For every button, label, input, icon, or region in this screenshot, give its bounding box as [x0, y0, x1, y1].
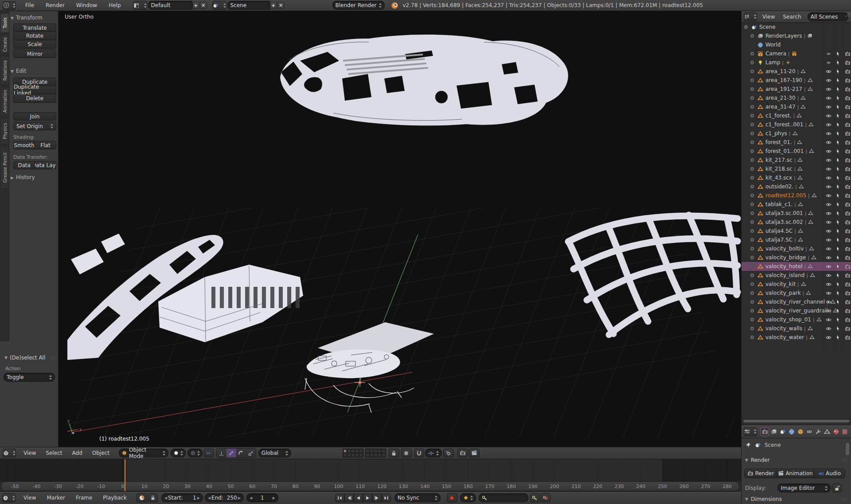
- topbar-menu-window[interactable]: Window: [74, 2, 99, 8]
- data-block-icon[interactable]: [809, 148, 814, 154]
- toggle-renderability[interactable]: [845, 104, 851, 110]
- display-lock-button[interactable]: [832, 484, 842, 492]
- operator-panel-header[interactable]: ▼ (De)select All ∷∷: [2, 353, 57, 362]
- manipulator-scale-button[interactable]: [246, 449, 256, 457]
- outliner-row[interactable]: forest_01.|: [742, 138, 851, 147]
- viewport-editor-selector[interactable]: [3, 449, 16, 457]
- toggle-visibility[interactable]: [826, 113, 831, 119]
- outliner-row[interactable]: c1_forest..001|: [742, 120, 851, 129]
- object-name[interactable]: c1_forest..001: [765, 121, 803, 128]
- layer-grid-2[interactable]: [365, 449, 386, 457]
- expand-toggle[interactable]: [750, 255, 755, 260]
- toggle-visibility[interactable]: [826, 104, 831, 110]
- toggle-selectability[interactable]: [835, 317, 841, 322]
- object-name[interactable]: valocity_boltiv: [765, 246, 804, 252]
- toggle-visibility[interactable]: [826, 193, 831, 199]
- expand-toggle[interactable]: [750, 211, 755, 216]
- data-block-icon[interactable]: [809, 335, 815, 340]
- render-button[interactable]: Render: [744, 469, 777, 478]
- object-name[interactable]: area_21-30: [765, 95, 796, 101]
- scene-field[interactable]: Scene: [227, 1, 270, 10]
- properties-tab-modifiers[interactable]: [814, 427, 822, 436]
- object-name[interactable]: c1_phys: [765, 130, 787, 137]
- outliner-editor-selector[interactable]: [744, 12, 757, 21]
- expand-toggle[interactable]: [750, 78, 755, 83]
- toggle-selectability[interactable]: [835, 122, 841, 127]
- layer-cell[interactable]: [378, 453, 382, 457]
- expand-toggle[interactable]: [750, 264, 755, 269]
- expand-toggle[interactable]: [750, 131, 755, 136]
- outliner-row[interactable]: tablak_c1.|: [742, 200, 851, 209]
- object-name[interactable]: roadtest12.005: [765, 192, 806, 199]
- expand-toggle[interactable]: [750, 326, 755, 331]
- toggle-renderability[interactable]: [845, 299, 851, 305]
- render-engine-select[interactable]: Blender Render: [332, 1, 385, 10]
- outliner-row[interactable]: kit_218.sc|: [742, 164, 851, 173]
- viewport-menu-add[interactable]: Add: [70, 450, 84, 456]
- toggle-visibility[interactable]: [826, 78, 831, 83]
- outliner-row[interactable]: utalja3.sc.001|: [742, 209, 851, 218]
- layer-grid-1[interactable]: [343, 449, 363, 457]
- expand-toggle[interactable]: [750, 273, 755, 278]
- data-block-icon[interactable]: [816, 317, 822, 322]
- properties-scrollbar[interactable]: [846, 443, 849, 455]
- object-name[interactable]: forest_01.: [765, 139, 792, 145]
- toggle-selectability[interactable]: [835, 202, 841, 207]
- outliner-row[interactable]: valocity_river_guardrail|: [742, 306, 851, 315]
- layer-cell[interactable]: [355, 449, 359, 453]
- timeline-menu-playback[interactable]: Playback: [101, 495, 129, 501]
- auto-keyframe-toggle[interactable]: [447, 493, 457, 502]
- opengl-render-anim-button[interactable]: [469, 449, 480, 457]
- close-layout-button[interactable]: ✕: [200, 2, 207, 9]
- toggle-renderability[interactable]: [845, 86, 851, 92]
- lock-to-scene-toggle[interactable]: [389, 449, 399, 457]
- layer-cell[interactable]: [366, 449, 370, 453]
- outliner-row[interactable]: valocity_shop_01|: [742, 315, 851, 324]
- auto-key-mode-select[interactable]: [460, 493, 476, 502]
- expand-toggle[interactable]: [750, 219, 755, 225]
- toggle-renderability[interactable]: [845, 122, 851, 128]
- layer-cell[interactable]: [382, 453, 386, 457]
- outliner-row[interactable]: valocity_park|: [742, 289, 851, 297]
- properties-tab-constraints[interactable]: [805, 427, 813, 436]
- dimensions-panel-header[interactable]: ▼ Dimensions ∷∷: [745, 496, 848, 502]
- button-scale[interactable]: Scale: [13, 40, 56, 49]
- data-block-icon[interactable]: [800, 104, 806, 109]
- display-select[interactable]: Image Editor: [777, 484, 831, 492]
- corner-resize-grip[interactable]: [845, 12, 851, 17]
- toggle-visibility[interactable]: [826, 264, 831, 270]
- expand-toggle[interactable]: [750, 122, 755, 127]
- outliner-row[interactable]: c1_forest.|: [742, 111, 851, 120]
- layer-cell[interactable]: [370, 453, 374, 457]
- outliner-row[interactable]: area_21-30|: [742, 94, 851, 102]
- outliner-display-mode-select[interactable]: All Scenes: [808, 12, 848, 21]
- data-block-icon[interactable]: [809, 246, 814, 251]
- data-block-icon[interactable]: [808, 78, 813, 83]
- object-name[interactable]: RenderLayers: [765, 33, 802, 39]
- current-frame-marker[interactable]: [125, 459, 125, 491]
- timeline-editor-selector[interactable]: [2, 493, 16, 502]
- object-name[interactable]: area_191-217: [765, 86, 802, 92]
- toggle-renderability[interactable]: [845, 113, 851, 119]
- sync-mode-select[interactable]: No Sync: [394, 493, 441, 502]
- data-block-icon[interactable]: [807, 33, 812, 39]
- toggle-selectability[interactable]: [835, 264, 841, 269]
- shelf-tab-create[interactable]: Create: [1, 35, 9, 54]
- expand-toggle[interactable]: [750, 104, 755, 109]
- outliner-row[interactable]: kit_217.sc|: [742, 156, 851, 164]
- object-name[interactable]: c1_forest.: [765, 113, 792, 119]
- outliner-scrollbar[interactable]: [743, 419, 850, 423]
- data-block-icon[interactable]: [785, 60, 791, 65]
- layer-cell[interactable]: [343, 453, 347, 457]
- topbar-menu-render[interactable]: Render: [44, 2, 66, 8]
- outliner-row[interactable]: valocity_walls|: [742, 324, 851, 333]
- viewport-shading-select[interactable]: [171, 449, 186, 457]
- layer-cell[interactable]: [347, 453, 351, 457]
- object-name[interactable]: kit_43.scx: [765, 175, 792, 181]
- toggle-selectability[interactable]: [835, 246, 841, 251]
- data-block-icon[interactable]: [797, 157, 803, 163]
- data-block-icon[interactable]: [806, 290, 811, 296]
- layer-cell[interactable]: [359, 453, 363, 457]
- data-block-icon[interactable]: [796, 113, 802, 118]
- timeline-menu-view[interactable]: View: [22, 495, 38, 501]
